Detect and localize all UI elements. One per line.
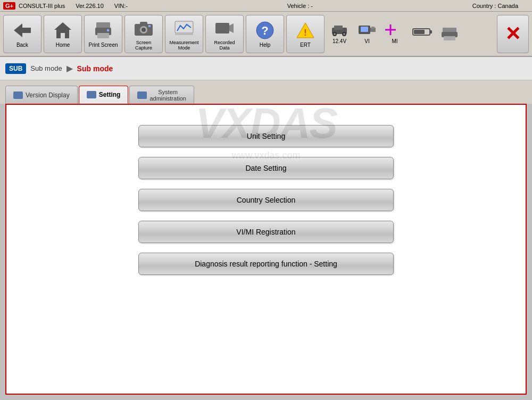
setting-icon: [87, 91, 96, 98]
vi-mi-registration-button[interactable]: VI/MI Registration: [138, 221, 394, 243]
svg-rect-27: [361, 27, 368, 32]
mi-button[interactable]: MI: [382, 15, 408, 53]
tab-setting-label: Setting: [99, 91, 121, 98]
tabs: Version Display Setting Systemadministra…: [0, 80, 532, 104]
tab-setting[interactable]: Setting: [79, 86, 129, 104]
tab-system-administration-label: Systemadministration: [149, 89, 186, 102]
recorded-data-label: RecordedData: [214, 40, 235, 51]
vi-button[interactable]: VI: [354, 15, 380, 53]
ert-button[interactable]: ! ERT: [286, 15, 325, 53]
date-setting-button[interactable]: Date Setting: [138, 157, 394, 179]
svg-rect-37: [444, 36, 455, 40]
country-selection-button[interactable]: Country Selection: [138, 189, 394, 211]
toolbar: Back Home Print Screen: [0, 12, 532, 57]
version-display-icon: [13, 91, 23, 99]
measurement-mode-button[interactable]: MeasurementMode: [165, 15, 203, 53]
screen-capture-button[interactable]: ScreenCapture: [124, 15, 163, 53]
svg-rect-21: [334, 26, 343, 30]
svg-marker-15: [229, 23, 234, 33]
tab-version-display-label: Version Display: [26, 91, 70, 99]
recorded-data-button[interactable]: RecordedData: [205, 15, 244, 53]
close-button[interactable]: ✕: [497, 15, 529, 53]
svg-rect-34: [414, 30, 425, 34]
chart-icon: [173, 18, 195, 39]
close-icon: ✕: [505, 24, 521, 44]
svg-point-9: [142, 28, 146, 32]
tab-version-display[interactable]: Version Display: [5, 86, 78, 104]
back-icon: [12, 20, 33, 41]
unit-setting-button[interactable]: Unit Setting: [138, 125, 394, 147]
vin: VIN:-: [114, 3, 128, 9]
diagnosis-result-button[interactable]: Diagnosis result reporting function - Se…: [138, 253, 394, 275]
vi-label: VI: [364, 38, 369, 44]
submode-bar: SUB Sub mode ▶ Sub mode: [0, 57, 532, 80]
svg-point-25: [343, 33, 345, 35]
submode-label: Sub mode: [30, 64, 62, 72]
voltage-label: 12.4V: [332, 38, 346, 44]
help-icon: ?: [254, 20, 276, 41]
car-icon: [329, 23, 350, 38]
warning-icon: !: [295, 20, 316, 41]
measurement-mode-label: MeasurementMode: [169, 40, 198, 51]
print-screen-button[interactable]: Print Screen: [84, 15, 122, 53]
svg-rect-29: [371, 27, 375, 29]
svg-rect-6: [107, 29, 109, 31]
country: Country : Canada: [472, 3, 518, 9]
sub-badge: SUB: [5, 63, 26, 74]
svg-text:!: !: [304, 28, 306, 37]
mi-icon: [384, 23, 405, 38]
screen-capture-label: ScreenCapture: [135, 40, 152, 51]
system-admin-icon: [137, 91, 147, 99]
svg-text:?: ?: [261, 24, 268, 37]
printer2-button[interactable]: [437, 15, 463, 53]
vi-icon: [356, 23, 378, 38]
svg-rect-11: [148, 25, 151, 27]
version: Ver.226.10: [76, 3, 104, 9]
printer2-icon: [439, 27, 461, 41]
svg-point-24: [334, 33, 336, 35]
battery-button[interactable]: [410, 15, 435, 53]
svg-rect-1: [21, 28, 31, 33]
video-icon: [214, 18, 235, 39]
submode-active: Sub mode: [77, 64, 113, 73]
tab-system-administration[interactable]: Systemadministration: [129, 86, 194, 104]
top-bar: G+ CONSULT-III plus Ver.226.10 VIN:- Veh…: [0, 0, 532, 12]
app-name: CONSULT-III plus: [19, 3, 65, 9]
svg-rect-10: [140, 22, 147, 25]
home-icon: [52, 20, 73, 41]
svg-rect-14: [215, 23, 229, 34]
mi-label: MI: [392, 38, 397, 44]
battery-icon: [412, 27, 433, 41]
submode-arrow: ▶: [66, 63, 73, 73]
back-button[interactable]: Back: [3, 15, 41, 53]
svg-rect-13: [175, 33, 193, 35]
camera-icon: [133, 18, 154, 39]
svg-rect-5: [97, 33, 109, 38]
svg-marker-0: [14, 23, 22, 37]
svg-rect-33: [430, 30, 432, 34]
vehicle: Vehicle : -: [287, 3, 313, 9]
main-content: VXDAS www.vxdas.com Unit Setting Date Se…: [5, 104, 527, 395]
home-button[interactable]: Home: [44, 15, 82, 53]
printer-icon: [93, 20, 114, 41]
svg-marker-2: [54, 22, 71, 38]
help-button[interactable]: ? Help: [246, 15, 284, 53]
voltage-button[interactable]: 12.4V: [327, 15, 352, 53]
app-logo: G+: [3, 2, 15, 10]
